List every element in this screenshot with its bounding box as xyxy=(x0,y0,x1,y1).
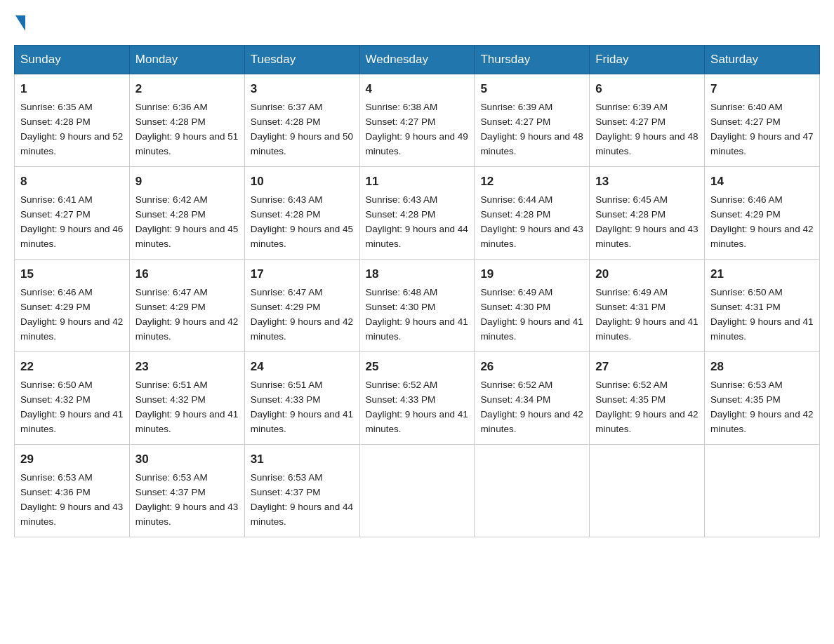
day-number: 16 xyxy=(135,265,239,283)
calendar-day: 16Sunrise: 6:47 AMSunset: 4:29 PMDayligh… xyxy=(129,260,244,352)
day-number: 1 xyxy=(20,80,124,98)
logo-triangle-icon xyxy=(15,15,25,31)
calendar-day: 20Sunrise: 6:49 AMSunset: 4:31 PMDayligh… xyxy=(590,260,705,352)
day-number: 4 xyxy=(366,80,469,98)
calendar-day: 5Sunrise: 6:39 AMSunset: 4:27 PMDaylight… xyxy=(475,74,590,167)
day-number: 30 xyxy=(135,450,239,469)
day-number: 3 xyxy=(251,80,354,98)
day-number: 28 xyxy=(710,358,814,376)
header-monday: Monday xyxy=(129,46,244,74)
calendar-day: 27Sunrise: 6:52 AMSunset: 4:35 PMDayligh… xyxy=(590,352,705,445)
header-tuesday: Tuesday xyxy=(244,46,359,74)
calendar-day: 25Sunrise: 6:52 AMSunset: 4:33 PMDayligh… xyxy=(359,352,475,445)
calendar-day: 23Sunrise: 6:51 AMSunset: 4:32 PMDayligh… xyxy=(129,352,244,445)
calendar-day: 1Sunrise: 6:35 AMSunset: 4:28 PMDaylight… xyxy=(15,74,130,167)
calendar-day: 12Sunrise: 6:44 AMSunset: 4:28 PMDayligh… xyxy=(475,167,590,260)
calendar-day: 22Sunrise: 6:50 AMSunset: 4:32 PMDayligh… xyxy=(15,352,130,445)
day-number: 24 xyxy=(251,358,354,376)
day-number: 22 xyxy=(20,358,124,376)
day-number: 19 xyxy=(480,265,583,283)
calendar-day: 13Sunrise: 6:45 AMSunset: 4:28 PMDayligh… xyxy=(590,167,705,260)
day-number: 26 xyxy=(480,358,583,376)
day-number: 20 xyxy=(595,265,699,283)
calendar-week-row: 1Sunrise: 6:35 AMSunset: 4:28 PMDaylight… xyxy=(15,74,820,167)
calendar-day: 24Sunrise: 6:51 AMSunset: 4:33 PMDayligh… xyxy=(244,352,359,445)
day-number: 6 xyxy=(595,80,699,98)
day-number: 15 xyxy=(20,265,124,283)
day-number: 31 xyxy=(251,450,354,469)
calendar-week-row: 8Sunrise: 6:41 AMSunset: 4:27 PMDaylight… xyxy=(15,167,820,260)
calendar-day: 18Sunrise: 6:48 AMSunset: 4:30 PMDayligh… xyxy=(359,260,475,352)
day-number: 29 xyxy=(20,450,124,469)
day-number: 7 xyxy=(710,80,814,98)
calendar-day: 14Sunrise: 6:46 AMSunset: 4:29 PMDayligh… xyxy=(705,167,820,260)
calendar-day: 10Sunrise: 6:43 AMSunset: 4:28 PMDayligh… xyxy=(244,167,359,260)
empty-cell xyxy=(705,445,820,537)
empty-cell xyxy=(590,445,705,537)
calendar-day: 3Sunrise: 6:37 AMSunset: 4:28 PMDaylight… xyxy=(244,74,359,167)
day-number: 5 xyxy=(480,80,583,98)
calendar-table: SundayMondayTuesdayWednesdayThursdayFrid… xyxy=(14,45,820,537)
day-number: 27 xyxy=(595,358,699,376)
calendar-day: 2Sunrise: 6:36 AMSunset: 4:28 PMDaylight… xyxy=(129,74,244,167)
empty-cell xyxy=(475,445,590,537)
calendar-day: 29Sunrise: 6:53 AMSunset: 4:36 PMDayligh… xyxy=(15,445,130,537)
calendar-week-row: 22Sunrise: 6:50 AMSunset: 4:32 PMDayligh… xyxy=(15,352,820,445)
calendar-day: 26Sunrise: 6:52 AMSunset: 4:34 PMDayligh… xyxy=(475,352,590,445)
day-number: 18 xyxy=(366,265,469,283)
day-number: 12 xyxy=(480,173,583,191)
empty-cell xyxy=(359,445,475,537)
calendar-header-row: SundayMondayTuesdayWednesdayThursdayFrid… xyxy=(15,46,820,74)
header-thursday: Thursday xyxy=(475,46,590,74)
header-sunday: Sunday xyxy=(15,46,130,74)
calendar-day: 28Sunrise: 6:53 AMSunset: 4:35 PMDayligh… xyxy=(705,352,820,445)
calendar-day: 4Sunrise: 6:38 AMSunset: 4:27 PMDaylight… xyxy=(359,74,475,167)
day-number: 25 xyxy=(366,358,469,376)
calendar-day: 6Sunrise: 6:39 AMSunset: 4:27 PMDaylight… xyxy=(590,74,705,167)
page-header xyxy=(14,14,820,31)
calendar-day: 21Sunrise: 6:50 AMSunset: 4:31 PMDayligh… xyxy=(705,260,820,352)
calendar-day: 8Sunrise: 6:41 AMSunset: 4:27 PMDaylight… xyxy=(15,167,130,260)
day-number: 10 xyxy=(251,173,354,191)
day-number: 2 xyxy=(135,80,239,98)
day-number: 8 xyxy=(20,173,124,191)
header-saturday: Saturday xyxy=(705,46,820,74)
header-friday: Friday xyxy=(590,46,705,74)
calendar-day: 17Sunrise: 6:47 AMSunset: 4:29 PMDayligh… xyxy=(244,260,359,352)
calendar-day: 7Sunrise: 6:40 AMSunset: 4:27 PMDaylight… xyxy=(705,74,820,167)
day-number: 17 xyxy=(251,265,354,283)
day-number: 23 xyxy=(135,358,239,376)
calendar-day: 30Sunrise: 6:53 AMSunset: 4:37 PMDayligh… xyxy=(129,445,244,537)
day-number: 9 xyxy=(135,173,239,191)
calendar-day: 9Sunrise: 6:42 AMSunset: 4:28 PMDaylight… xyxy=(129,167,244,260)
logo xyxy=(14,14,25,31)
calendar-week-row: 29Sunrise: 6:53 AMSunset: 4:36 PMDayligh… xyxy=(15,445,820,537)
day-number: 21 xyxy=(710,265,814,283)
calendar-day: 19Sunrise: 6:49 AMSunset: 4:30 PMDayligh… xyxy=(475,260,590,352)
header-wednesday: Wednesday xyxy=(359,46,475,74)
calendar-day: 11Sunrise: 6:43 AMSunset: 4:28 PMDayligh… xyxy=(359,167,475,260)
day-number: 14 xyxy=(710,173,814,191)
calendar-week-row: 15Sunrise: 6:46 AMSunset: 4:29 PMDayligh… xyxy=(15,260,820,352)
day-number: 11 xyxy=(366,173,469,191)
day-number: 13 xyxy=(595,173,699,191)
calendar-day: 15Sunrise: 6:46 AMSunset: 4:29 PMDayligh… xyxy=(15,260,130,352)
calendar-day: 31Sunrise: 6:53 AMSunset: 4:37 PMDayligh… xyxy=(244,445,359,537)
